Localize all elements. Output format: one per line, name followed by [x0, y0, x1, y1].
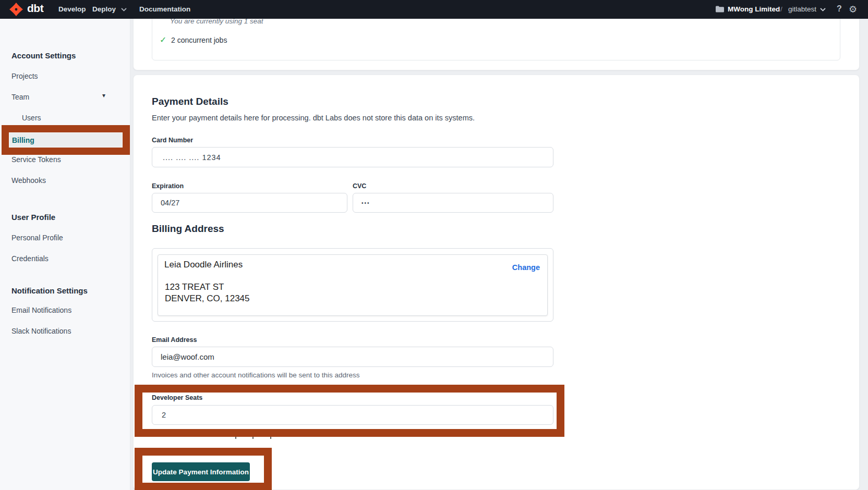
sidebar-item-personal-profile[interactable]: Personal Profile [11, 234, 63, 242]
billing-address-box: Leia Doodle Airlines Change 123 TREAT ST… [152, 248, 553, 322]
folder-icon [716, 6, 724, 13]
billing-address-street: 123 TREAT ST [165, 282, 224, 292]
sidebar-item-email-notifications[interactable]: Email Notifications [11, 306, 71, 314]
dbt-logo-icon[interactable] [9, 3, 23, 16]
seat-usage-card: You are currently using 1 seat ✓ 2 concu… [133, 10, 860, 70]
obscured-text-fragment [235, 437, 236, 439]
billing-address-name: Leia Doodle Airlines [164, 260, 243, 270]
sidebar-item-users[interactable]: Users [22, 114, 41, 122]
developer-seats-input[interactable]: 2 [152, 405, 553, 425]
obscured-text-fragment [252, 437, 254, 439]
email-address-label: Email Address [152, 336, 197, 344]
nav-item-documentation[interactable]: Documentation [139, 5, 190, 13]
cvc-label: CVC [353, 182, 366, 190]
annotation-box-billing: Billing [2, 125, 130, 155]
billing-address-inner-card: Leia Doodle Airlines Change 123 TREAT ST… [158, 254, 548, 316]
account-name[interactable]: MWong Limited [728, 5, 780, 13]
sidebar-item-projects[interactable]: Projects [11, 72, 38, 80]
change-address-link[interactable]: Change [512, 263, 540, 272]
nav-item-deploy[interactable]: Deploy [92, 5, 116, 13]
dbt-brand-text[interactable]: dbt [27, 2, 43, 15]
sidebar-heading-notification-settings: Notification Settings [11, 286, 88, 295]
payment-details-description: Enter your payment details here for proc… [152, 114, 475, 122]
sidebar-item-credentials[interactable]: Credentials [11, 254, 49, 263]
card-number-label: Card Number [152, 137, 193, 144]
settings-sidebar: Account Settings Projects Team ▾ Users B… [0, 19, 130, 490]
sidebar-item-webhooks[interactable]: Webhooks [11, 176, 46, 185]
project-chevron-down-icon[interactable] [820, 8, 826, 11]
payment-details-title: Payment Details [152, 96, 228, 107]
developer-seats-label: Developer Seats [152, 394, 202, 401]
expiration-label: Expiration [152, 182, 184, 190]
project-selector[interactable]: gitlabtest [788, 5, 816, 13]
concurrent-jobs-text: 2 concurrent jobs [171, 36, 227, 44]
billing-address-title: Billing Address [152, 223, 224, 235]
app-window: dbt Develop Deploy Documentation MWong L… [0, 0, 868, 490]
email-address-input[interactable]: leia@woof.com [152, 347, 553, 367]
card-number-input[interactable]: .... .... .... 1234 [152, 147, 553, 167]
check-icon: ✓ [160, 35, 166, 45]
email-helper-text: Invoices and other account notifications… [152, 371, 359, 379]
sidebar-item-billing[interactable]: Billing [12, 136, 34, 144]
payment-details-card: Payment Details Enter your payment detai… [133, 75, 860, 490]
sidebar-heading-account-settings: Account Settings [11, 51, 76, 60]
sidebar-heading-user-profile: User Profile [11, 213, 55, 222]
update-payment-button[interactable]: Update Payment Information [152, 462, 250, 481]
nav-item-develop[interactable]: Develop [58, 5, 86, 13]
obscured-text-fragment [270, 437, 271, 439]
billing-address-city: DENVER, CO, 12345 [165, 293, 250, 304]
deploy-chevron-down-icon[interactable] [121, 8, 127, 11]
sidebar-item-billing-active[interactable]: Billing [9, 132, 123, 148]
sidebar-item-slack-notifications[interactable]: Slack Notifications [11, 327, 71, 335]
team-chevron-down-icon[interactable]: ▾ [102, 92, 105, 99]
gear-icon[interactable]: ⚙ [849, 4, 857, 15]
sidebar-item-service-tokens[interactable]: Service Tokens [11, 155, 61, 164]
top-nav: dbt Develop Deploy Documentation MWong L… [0, 0, 868, 19]
help-icon[interactable]: ? [837, 4, 842, 14]
cvc-input[interactable]: ••• [353, 193, 553, 213]
expiration-input[interactable]: 04/27 [152, 193, 347, 213]
breadcrumb-separator: / [780, 5, 782, 13]
sidebar-item-team[interactable]: Team [11, 93, 29, 101]
